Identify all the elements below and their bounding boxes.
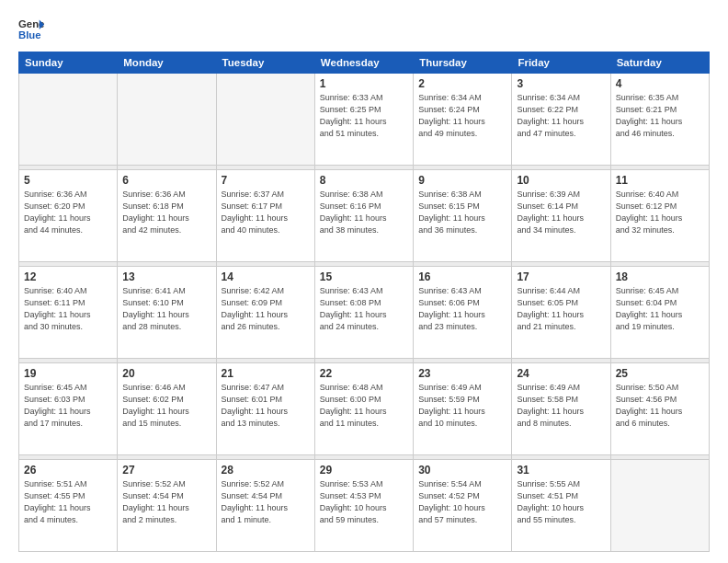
day-info: Sunrise: 6:33 AM Sunset: 6:25 PM Dayligh… — [320, 92, 408, 140]
calendar-cell: 9Sunrise: 6:38 AM Sunset: 6:15 PM Daylig… — [414, 169, 512, 261]
calendar-cell: 21Sunrise: 6:47 AM Sunset: 6:01 PM Dayli… — [216, 362, 314, 454]
day-info: Sunrise: 6:36 AM Sunset: 6:20 PM Dayligh… — [24, 189, 112, 236]
day-number: 10 — [517, 174, 605, 187]
logo: General Blue — [18, 17, 44, 42]
calendar-cell: 29Sunrise: 5:53 AM Sunset: 4:53 PM Dayli… — [314, 459, 413, 551]
day-number: 19 — [24, 367, 112, 380]
weekday-header-saturday: Saturday — [610, 52, 709, 74]
day-number: 12 — [24, 270, 112, 283]
calendar-cell: 24Sunrise: 6:49 AM Sunset: 5:58 PM Dayli… — [512, 362, 610, 454]
calendar-cell: 17Sunrise: 6:44 AM Sunset: 6:05 PM Dayli… — [512, 266, 610, 358]
calendar-cell: 16Sunrise: 6:43 AM Sunset: 6:06 PM Dayli… — [414, 266, 512, 358]
day-info: Sunrise: 6:46 AM Sunset: 6:02 PM Dayligh… — [122, 382, 210, 430]
day-info: Sunrise: 6:49 AM Sunset: 5:59 PM Dayligh… — [418, 382, 506, 430]
svg-text:Blue: Blue — [18, 29, 41, 40]
day-info: Sunrise: 6:36 AM Sunset: 6:18 PM Dayligh… — [122, 189, 210, 236]
calendar-cell: 22Sunrise: 6:48 AM Sunset: 6:00 PM Dayli… — [314, 362, 413, 454]
day-number: 17 — [517, 270, 605, 283]
calendar-cell: 20Sunrise: 6:46 AM Sunset: 6:02 PM Dayli… — [118, 362, 216, 454]
calendar-cell: 10Sunrise: 6:39 AM Sunset: 6:14 PM Dayli… — [512, 169, 610, 261]
calendar-cell: 30Sunrise: 5:54 AM Sunset: 4:52 PM Dayli… — [414, 459, 512, 551]
day-number: 6 — [122, 174, 210, 187]
weekday-header-thursday: Thursday — [414, 52, 512, 74]
calendar-cell: 26Sunrise: 5:51 AM Sunset: 4:55 PM Dayli… — [19, 459, 118, 551]
calendar-cell: 27Sunrise: 5:52 AM Sunset: 4:54 PM Dayli… — [118, 459, 216, 551]
day-number: 27 — [122, 464, 210, 477]
day-info: Sunrise: 6:48 AM Sunset: 6:00 PM Dayligh… — [320, 382, 408, 430]
weekday-header-friday: Friday — [512, 52, 610, 74]
day-number: 2 — [418, 77, 506, 90]
calendar-cell: 2Sunrise: 6:34 AM Sunset: 6:24 PM Daylig… — [414, 74, 512, 166]
week-row-2: 5Sunrise: 6:36 AM Sunset: 6:20 PM Daylig… — [19, 169, 710, 261]
day-number: 9 — [418, 174, 506, 187]
day-info: Sunrise: 5:54 AM Sunset: 4:52 PM Dayligh… — [418, 478, 506, 526]
calendar-cell: 11Sunrise: 6:40 AM Sunset: 6:12 PM Dayli… — [610, 169, 709, 261]
weekday-header-sunday: Sunday — [19, 52, 118, 74]
day-info: Sunrise: 6:39 AM Sunset: 6:14 PM Dayligh… — [517, 189, 605, 236]
day-number: 16 — [418, 270, 506, 283]
day-info: Sunrise: 6:34 AM Sunset: 6:22 PM Dayligh… — [517, 92, 605, 140]
day-info: Sunrise: 6:49 AM Sunset: 5:58 PM Dayligh… — [517, 382, 605, 430]
day-number: 4 — [616, 77, 704, 90]
calendar-cell: 4Sunrise: 6:35 AM Sunset: 6:21 PM Daylig… — [610, 74, 709, 166]
day-info: Sunrise: 6:45 AM Sunset: 6:04 PM Dayligh… — [616, 285, 704, 333]
calendar-cell: 5Sunrise: 6:36 AM Sunset: 6:20 PM Daylig… — [19, 169, 118, 261]
calendar-cell — [19, 74, 118, 166]
week-row-4: 19Sunrise: 6:45 AM Sunset: 6:03 PM Dayli… — [19, 362, 710, 454]
calendar-table: SundayMondayTuesdayWednesdayThursdayFrid… — [18, 52, 710, 552]
calendar-cell: 12Sunrise: 6:40 AM Sunset: 6:11 PM Dayli… — [19, 266, 118, 358]
day-number: 23 — [418, 367, 506, 380]
day-info: Sunrise: 6:38 AM Sunset: 6:16 PM Dayligh… — [320, 189, 408, 236]
day-number: 15 — [320, 270, 408, 283]
day-number: 11 — [616, 174, 704, 187]
week-row-5: 26Sunrise: 5:51 AM Sunset: 4:55 PM Dayli… — [19, 459, 710, 551]
calendar-cell: 1Sunrise: 6:33 AM Sunset: 6:25 PM Daylig… — [314, 74, 413, 166]
weekday-header-monday: Monday — [118, 52, 216, 74]
day-info: Sunrise: 6:38 AM Sunset: 6:15 PM Dayligh… — [418, 189, 506, 236]
calendar-cell: 6Sunrise: 6:36 AM Sunset: 6:18 PM Daylig… — [118, 169, 216, 261]
day-number: 30 — [418, 464, 506, 477]
day-info: Sunrise: 6:40 AM Sunset: 6:11 PM Dayligh… — [24, 285, 112, 333]
calendar-page: General Blue SundayMondayTuesdayWednesda… — [0, 0, 728, 563]
day-number: 24 — [517, 367, 605, 380]
calendar-cell: 31Sunrise: 5:55 AM Sunset: 4:51 PM Dayli… — [512, 459, 610, 551]
day-info: Sunrise: 6:41 AM Sunset: 6:10 PM Dayligh… — [122, 285, 210, 333]
day-info: Sunrise: 5:51 AM Sunset: 4:55 PM Dayligh… — [24, 478, 112, 526]
day-info: Sunrise: 6:35 AM Sunset: 6:21 PM Dayligh… — [616, 92, 704, 140]
day-info: Sunrise: 6:37 AM Sunset: 6:17 PM Dayligh… — [222, 189, 310, 236]
week-row-3: 12Sunrise: 6:40 AM Sunset: 6:11 PM Dayli… — [19, 266, 710, 358]
day-number: 3 — [517, 77, 605, 90]
day-info: Sunrise: 6:44 AM Sunset: 6:05 PM Dayligh… — [517, 285, 605, 333]
calendar-cell: 8Sunrise: 6:38 AM Sunset: 6:16 PM Daylig… — [314, 169, 413, 261]
day-number: 20 — [122, 367, 210, 380]
day-number: 22 — [320, 367, 408, 380]
day-info: Sunrise: 5:53 AM Sunset: 4:53 PM Dayligh… — [320, 478, 408, 526]
day-number: 18 — [616, 270, 704, 283]
day-info: Sunrise: 5:55 AM Sunset: 4:51 PM Dayligh… — [517, 478, 605, 526]
calendar-cell: 7Sunrise: 6:37 AM Sunset: 6:17 PM Daylig… — [216, 169, 314, 261]
calendar-cell: 25Sunrise: 5:50 AM Sunset: 4:56 PM Dayli… — [610, 362, 709, 454]
day-number: 31 — [517, 464, 605, 477]
day-info: Sunrise: 6:40 AM Sunset: 6:12 PM Dayligh… — [616, 189, 704, 236]
calendar-cell — [118, 74, 216, 166]
day-info: Sunrise: 6:47 AM Sunset: 6:01 PM Dayligh… — [222, 382, 310, 430]
calendar-cell: 3Sunrise: 6:34 AM Sunset: 6:22 PM Daylig… — [512, 74, 610, 166]
day-number: 5 — [24, 174, 112, 187]
logo-icon: General Blue — [18, 17, 44, 42]
day-info: Sunrise: 6:43 AM Sunset: 6:08 PM Dayligh… — [320, 285, 408, 333]
calendar-cell: 15Sunrise: 6:43 AM Sunset: 6:08 PM Dayli… — [314, 266, 413, 358]
day-number: 7 — [222, 174, 310, 187]
day-number: 13 — [122, 270, 210, 283]
day-info: Sunrise: 5:52 AM Sunset: 4:54 PM Dayligh… — [122, 478, 210, 526]
day-number: 25 — [616, 367, 704, 380]
day-info: Sunrise: 5:52 AM Sunset: 4:54 PM Dayligh… — [222, 478, 310, 526]
day-number: 29 — [320, 464, 408, 477]
day-number: 8 — [320, 174, 408, 187]
calendar-cell: 19Sunrise: 6:45 AM Sunset: 6:03 PM Dayli… — [19, 362, 118, 454]
calendar-cell: 14Sunrise: 6:42 AM Sunset: 6:09 PM Dayli… — [216, 266, 314, 358]
weekday-header-wednesday: Wednesday — [314, 52, 413, 74]
week-row-1: 1Sunrise: 6:33 AM Sunset: 6:25 PM Daylig… — [19, 74, 710, 166]
day-number: 1 — [320, 77, 408, 90]
calendar-cell — [610, 459, 709, 551]
day-number: 14 — [222, 270, 310, 283]
